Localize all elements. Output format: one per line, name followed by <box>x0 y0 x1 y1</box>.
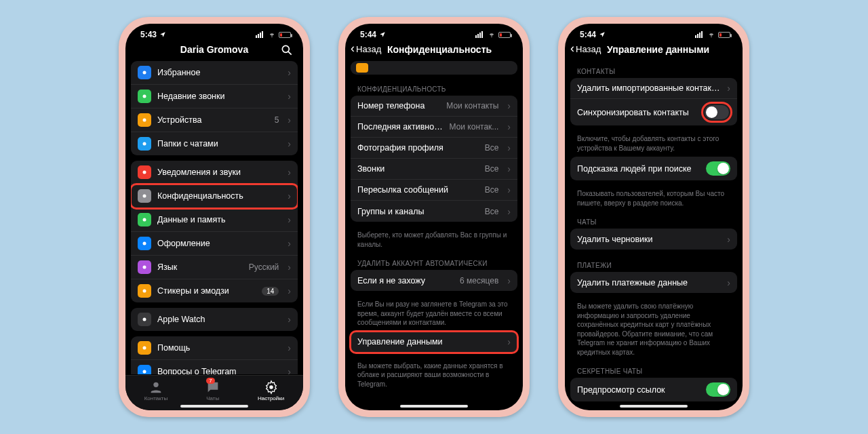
back-button[interactable]: ‹ Назад <box>351 43 381 54</box>
chevron-right-icon: › <box>288 285 291 296</box>
row-label: Apple Watch <box>157 315 281 324</box>
tab-chats[interactable]: 7 Чаты <box>205 380 220 401</box>
tab-label: Контакты <box>144 395 168 401</box>
svg-rect-26 <box>697 34 698 38</box>
settings-row[interactable]: ЗвонкиВсе› <box>351 159 517 180</box>
clock: 5:43 <box>140 30 157 39</box>
settings-row[interactable]: Помощь› <box>131 336 298 360</box>
tab-settings[interactable]: Настройки <box>258 380 284 401</box>
svg-rect-22 <box>477 34 479 38</box>
settings-row[interactable]: Фотография профиляВсе› <box>351 138 517 159</box>
battery-icon <box>498 32 511 38</box>
row-value: Русский <box>249 262 279 272</box>
toggle-switch[interactable] <box>706 161 730 176</box>
chevron-right-icon: › <box>507 121 511 132</box>
svg-rect-1 <box>258 34 259 38</box>
row-label: Уведомления и звуки <box>157 167 281 177</box>
svg-rect-25 <box>695 35 696 38</box>
row-label: Фотография профиля <box>357 143 479 153</box>
settings-row[interactable]: Стикеры и эмодзи14› <box>131 279 298 302</box>
section-footer: Включите, чтобы добавлять контакты с это… <box>570 131 737 157</box>
search-icon[interactable] <box>280 43 294 57</box>
data-mgmt-scroll[interactable]: КОНТАКТЫ Удалить импортированные контакт… <box>565 61 743 404</box>
settings-row[interactable]: Недавние звонки› <box>131 85 298 108</box>
settings-row[interactable]: Устройства5› <box>131 108 298 132</box>
settings-row[interactable]: Уведомления и звуки› <box>131 161 298 184</box>
svg-point-13 <box>143 242 146 245</box>
row-label: Помощь <box>157 343 281 353</box>
settings-row[interactable]: Удалить импортированные контакты› <box>570 78 737 99</box>
svg-rect-2 <box>260 33 261 38</box>
back-button[interactable]: ‹ Назад <box>570 43 601 54</box>
settings-row[interactable]: Если я не захожу6 месяцев› <box>351 270 517 291</box>
cellular-icon <box>475 31 485 38</box>
settings-row[interactable]: Управление данными› <box>351 332 517 353</box>
settings-row[interactable]: Папки с чатами› <box>131 132 298 155</box>
row-app-icon <box>138 213 151 226</box>
chevron-right-icon: › <box>288 138 291 149</box>
settings-row[interactable]: ЯзыкРусский› <box>131 256 298 279</box>
row-value: Мои контак... <box>450 122 499 132</box>
settings-row[interactable]: Оформление› <box>131 232 298 256</box>
clock: 5:44 <box>360 30 376 39</box>
row-value: Все <box>485 143 499 153</box>
svg-rect-24 <box>481 31 483 38</box>
settings-row[interactable]: Apple Watch› <box>131 308 298 331</box>
privacy-scroll[interactable]: КОНФИДЕНЦИАЛЬНОСТЬ Номер телефонаМои кон… <box>345 61 523 404</box>
row-label: Группы и каналы <box>357 207 479 216</box>
page-title: Управление данными <box>607 44 736 55</box>
row-app-icon <box>138 365 151 374</box>
row-app-icon <box>138 90 151 103</box>
chevron-right-icon: › <box>727 234 730 245</box>
row-label: Предпросмотр ссылок <box>577 385 700 395</box>
row-label: Номер телефона <box>357 101 440 111</box>
settings-row[interactable]: Последняя активностьМои контак...› <box>351 117 517 138</box>
settings-scroll[interactable]: Избранное›Недавние звонки›Устройства5›Па… <box>125 61 303 374</box>
row-label: Вопросы о Telegram <box>157 367 281 374</box>
svg-point-12 <box>143 218 146 222</box>
row-label: Пересылка сообщений <box>357 185 479 195</box>
settings-row[interactable]: Группы и каналыВсе› <box>351 201 517 222</box>
row-label: Папки с чатами <box>157 139 281 149</box>
settings-row[interactable]: Подсказка людей при поиске <box>570 157 737 180</box>
phone-frame-3: 5:44 ‹ Назад Управление данными КОНТАКТЫ… <box>558 17 749 417</box>
settings-row[interactable]: Предпросмотр ссылок <box>570 378 737 401</box>
tab-contacts[interactable]: Контакты <box>144 380 168 401</box>
back-label: Назад <box>576 44 601 54</box>
svg-rect-23 <box>479 33 481 38</box>
settings-row[interactable]: Удалить черновики› <box>570 229 737 250</box>
chevron-right-icon: › <box>288 115 291 125</box>
home-indicator[interactable] <box>620 405 688 408</box>
home-indicator[interactable] <box>400 405 468 408</box>
section-header: КОНТАКТЫ <box>570 61 737 78</box>
settings-row[interactable]: Вопросы о Telegram› <box>131 360 298 374</box>
chevron-right-icon: › <box>507 206 511 217</box>
settings-row[interactable]: Избранное› <box>131 61 298 85</box>
settings-row[interactable]: Номер телефонаМои контакты› <box>351 96 517 117</box>
row-label: Если я не захожу <box>357 276 454 285</box>
row-app-icon <box>138 237 151 250</box>
navbar: ‹ Назад Конфиденциальность <box>345 41 523 61</box>
chevron-right-icon: › <box>288 314 291 325</box>
manage-data-row-highlight: Управление данными› <box>351 332 517 353</box>
settings-row[interactable]: Данные и память› <box>131 208 298 232</box>
svg-point-16 <box>143 318 146 321</box>
svg-line-5 <box>288 52 292 55</box>
page-title: Daria Gromova <box>132 44 296 55</box>
row-label: Управление данными <box>357 337 501 347</box>
settings-row[interactable]: Синхронизировать контакты <box>570 99 737 125</box>
svg-point-18 <box>143 370 146 374</box>
settings-row[interactable]: Конфиденциальность› <box>131 184 298 208</box>
toggle-switch[interactable] <box>705 105 729 119</box>
section-footer: Вы можете выбрать, какие данные хранятся… <box>351 358 517 393</box>
settings-row[interactable]: Удалить платежные данные› <box>570 272 737 293</box>
home-indicator[interactable] <box>180 405 248 408</box>
chevron-right-icon: › <box>288 366 291 374</box>
row-app-icon <box>138 137 151 151</box>
settings-row[interactable]: Пересылка сообщенийВсе› <box>351 180 517 201</box>
toggle-switch[interactable] <box>706 382 730 397</box>
row-value: Все <box>485 164 499 174</box>
row-label: Язык <box>157 262 243 272</box>
chevron-left-icon: ‹ <box>570 42 574 54</box>
svg-point-15 <box>143 290 146 293</box>
